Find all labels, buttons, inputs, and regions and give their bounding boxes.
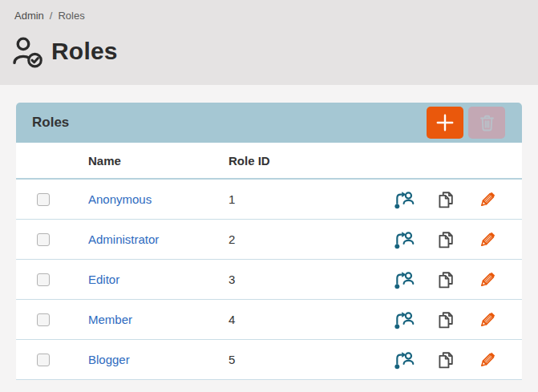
row-checkbox[interactable] [37,313,50,326]
table-row: Member 4 [16,300,522,340]
row-checkbox[interactable] [37,273,50,286]
roles-panel: Roles Name Role ID Anonymous 1 [16,103,522,380]
edit-icon[interactable] [477,189,498,210]
row-checkbox[interactable] [37,354,50,366]
role-id-value: 5 [229,353,394,366]
role-id-value: 3 [229,273,394,286]
edit-icon[interactable] [477,350,498,370]
assign-users-icon[interactable] [394,189,415,210]
role-name-link[interactable]: Member [88,313,132,326]
edit-icon[interactable] [477,309,498,330]
role-name-link[interactable]: Blogger [88,353,130,366]
page-title: Roles [51,38,118,65]
table-row: Anonymous 1 [16,180,522,220]
page-title-row: Roles [11,34,524,68]
table-header-row: Name Role ID [16,143,522,180]
role-id-value: 1 [229,192,394,206]
assign-users-icon[interactable] [394,269,415,290]
breadcrumb-separator: / [50,10,53,22]
roles-panel-header: Roles [16,103,522,143]
assign-users-icon[interactable] [394,229,415,250]
role-name-link[interactable]: Anonymous [88,192,152,206]
role-name-link[interactable]: Administrator [88,232,159,246]
role-id-value: 2 [229,232,394,246]
add-role-button[interactable] [427,107,463,139]
panel-title: Roles [32,115,427,131]
trash-icon [477,113,497,133]
page-header: Admin/Roles Roles [0,0,538,85]
assign-users-icon[interactable] [394,350,415,370]
copy-icon[interactable] [435,350,456,370]
column-header-role-id: Role ID [229,154,522,168]
breadcrumb-admin[interactable]: Admin [14,10,44,22]
edit-icon[interactable] [477,229,498,250]
delete-roles-button[interactable] [468,107,505,139]
role-name-link[interactable]: Editor [88,273,119,286]
table-row: Administrator 2 [16,220,522,260]
plus-icon [435,112,455,133]
row-checkbox[interactable] [37,193,50,206]
breadcrumb: Admin/Roles [14,10,524,22]
copy-icon[interactable] [435,269,456,290]
copy-icon[interactable] [435,189,456,210]
role-id-value: 4 [229,313,394,326]
table-row: Blogger 5 [16,340,522,380]
assign-users-icon[interactable] [394,309,415,330]
column-header-name: Name [88,154,229,168]
copy-icon[interactable] [435,309,456,330]
copy-icon[interactable] [435,229,456,250]
table-row: Editor 3 [16,260,522,300]
user-check-icon [11,34,43,68]
row-checkbox[interactable] [37,233,50,246]
breadcrumb-roles: Roles [58,10,84,22]
edit-icon[interactable] [477,269,498,290]
